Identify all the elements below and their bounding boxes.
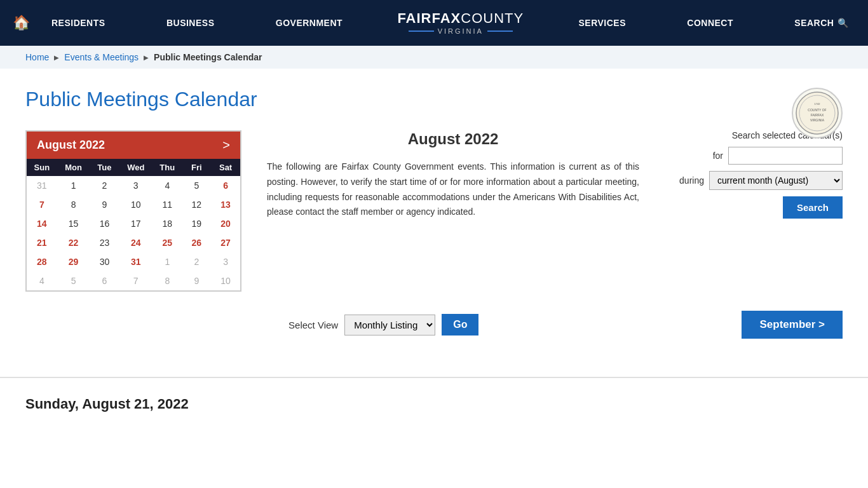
search-during-label: during <box>679 175 704 186</box>
cal-day[interactable]: 2 <box>90 176 119 195</box>
logo-virginia: VIRGINIA <box>397 27 524 36</box>
bottom-controls: Select View Monthly Listing Weekly Listi… <box>25 311 843 351</box>
calendar-week-1: 78910111213 <box>27 195 240 214</box>
calendar-next-btn[interactable]: > <box>222 138 230 152</box>
view-select-row: Select View Monthly Listing Weekly Listi… <box>288 314 478 336</box>
breadcrumb-events[interactable]: Events & Meetings <box>64 52 139 62</box>
next-month-button[interactable]: September > <box>742 311 843 339</box>
cal-day[interactable]: 7 <box>27 195 57 214</box>
center-description: The following are Fairfax County Governm… <box>267 159 639 220</box>
nav-government[interactable]: GOVERNMENT <box>269 18 349 28</box>
cal-th-wed: Wed <box>119 159 153 176</box>
cal-th-sat: Sat <box>211 159 240 176</box>
cal-day[interactable]: 3 <box>119 176 153 195</box>
calendar-widget: August 2022 > Sun Mon Tue Wed Thu Fri Sa… <box>25 130 241 292</box>
home-icon[interactable]: 🏠 <box>13 15 30 31</box>
cal-th-sun: Sun <box>27 159 57 176</box>
cal-day[interactable]: 28 <box>27 252 57 271</box>
nav-connect[interactable]: CONNECT <box>681 18 740 28</box>
nav-search[interactable]: SEARCH 🔍 <box>788 18 855 28</box>
cal-day[interactable]: 9 <box>182 271 211 290</box>
cal-day[interactable]: 13 <box>211 195 240 214</box>
cal-day[interactable]: 29 <box>57 252 90 271</box>
cal-day[interactable]: 14 <box>27 214 57 233</box>
search-button[interactable]: Search <box>783 196 843 219</box>
search-for-row: for <box>665 147 843 165</box>
cal-day[interactable]: 2 <box>182 252 211 271</box>
cal-day[interactable]: 31 <box>27 176 57 195</box>
cal-day[interactable]: 3 <box>211 252 240 271</box>
view-select[interactable]: Monthly Listing Weekly Listing Daily Lis… <box>344 315 435 336</box>
cal-day[interactable]: 8 <box>57 195 90 214</box>
cal-day[interactable]: 31 <box>119 252 153 271</box>
calendar-table: Sun Mon Tue Wed Thu Fri Sat 311234567891… <box>27 159 240 290</box>
cal-day[interactable]: 12 <box>182 195 211 214</box>
calendar-week-5: 45678910 <box>27 271 240 290</box>
cal-day[interactable]: 20 <box>211 214 240 233</box>
cal-th-tue: Tue <box>90 159 119 176</box>
cal-day[interactable]: 25 <box>153 233 182 252</box>
site-logo[interactable]: FAIRFAXCOUNTY VIRGINIA <box>397 10 524 36</box>
cal-day[interactable]: 18 <box>153 214 182 233</box>
search-during-row: during current month (August) <box>665 171 843 190</box>
main-content: COUNTY OF FAIRFAX VIRGINIA 1742 Public M… <box>0 69 868 370</box>
search-for-input[interactable] <box>728 147 843 165</box>
svg-text:FAIRFAX: FAIRFAX <box>811 113 824 117</box>
cal-day[interactable]: 11 <box>153 195 182 214</box>
cal-day[interactable]: 7 <box>119 271 153 290</box>
cal-day[interactable]: 6 <box>211 176 240 195</box>
calendar-week-4: 28293031123 <box>27 252 240 271</box>
logo-fairfax: FAIRFAX <box>397 10 461 26</box>
nav-services[interactable]: SERVICES <box>572 18 632 28</box>
cal-th-thu: Thu <box>153 159 182 176</box>
cal-day[interactable]: 10 <box>119 195 153 214</box>
cal-day[interactable]: 6 <box>90 271 119 290</box>
cal-day[interactable]: 24 <box>119 233 153 252</box>
event-section: Sunday, August 21, 2022 <box>0 377 868 412</box>
nav-items: RESIDENTS BUSINESS GOVERNMENT FAIRFAXCOU… <box>45 10 855 36</box>
nav-business[interactable]: BUSINESS <box>160 18 221 28</box>
cal-day[interactable]: 4 <box>27 271 57 290</box>
search-during-select[interactable]: current month (August) <box>709 171 843 190</box>
breadcrumb: Home ▶ Events & Meetings ▶ Public Meetin… <box>0 46 868 69</box>
cal-day[interactable]: 4 <box>153 176 182 195</box>
cal-day[interactable]: 10 <box>211 271 240 290</box>
cal-day[interactable]: 27 <box>211 233 240 252</box>
cal-day[interactable]: 5 <box>57 271 90 290</box>
cal-day[interactable]: 23 <box>90 233 119 252</box>
calendar-week-0: 31123456 <box>27 176 240 195</box>
center-panel: August 2022 The following are Fairfax Co… <box>267 130 639 220</box>
cal-day[interactable]: 16 <box>90 214 119 233</box>
cal-day[interactable]: 26 <box>182 233 211 252</box>
breadcrumb-home[interactable]: Home <box>25 52 49 62</box>
calendar-week-3: 21222324252627 <box>27 233 240 252</box>
breadcrumb-sep-1: ▶ <box>54 54 59 61</box>
center-heading: August 2022 <box>267 130 639 148</box>
select-view-label: Select View <box>288 320 338 330</box>
calendar-week-2: 14151617181920 <box>27 214 240 233</box>
cal-day[interactable]: 5 <box>182 176 211 195</box>
search-label: SEARCH <box>794 18 834 28</box>
top-navigation: 🏠 RESIDENTS BUSINESS GOVERNMENT FAIRFAXC… <box>0 0 868 46</box>
cal-day[interactable]: 8 <box>153 271 182 290</box>
cal-day[interactable]: 9 <box>90 195 119 214</box>
content-row: August 2022 > Sun Mon Tue Wed Thu Fri Sa… <box>25 130 843 292</box>
cal-day[interactable]: 21 <box>27 233 57 252</box>
right-search-panel: Search selected calendar(s) for during c… <box>665 130 843 219</box>
county-seal: COUNTY OF FAIRFAX VIRGINIA 1742 <box>792 88 843 139</box>
cal-day[interactable]: 30 <box>90 252 119 271</box>
breadcrumb-sep-2: ▶ <box>144 54 149 61</box>
logo-county: COUNTY <box>461 10 524 26</box>
cal-day[interactable]: 1 <box>153 252 182 271</box>
nav-residents[interactable]: RESIDENTS <box>45 18 112 28</box>
cal-day[interactable]: 22 <box>57 233 90 252</box>
cal-day[interactable]: 19 <box>182 214 211 233</box>
search-for-label: for <box>713 151 723 161</box>
cal-day[interactable]: 17 <box>119 214 153 233</box>
cal-th-mon: Mon <box>57 159 90 176</box>
cal-day[interactable]: 15 <box>57 214 90 233</box>
cal-day[interactable]: 1 <box>57 176 90 195</box>
search-icon: 🔍 <box>837 18 849 28</box>
event-date-heading: Sunday, August 21, 2022 <box>0 387 868 412</box>
go-button[interactable]: Go <box>442 314 478 336</box>
